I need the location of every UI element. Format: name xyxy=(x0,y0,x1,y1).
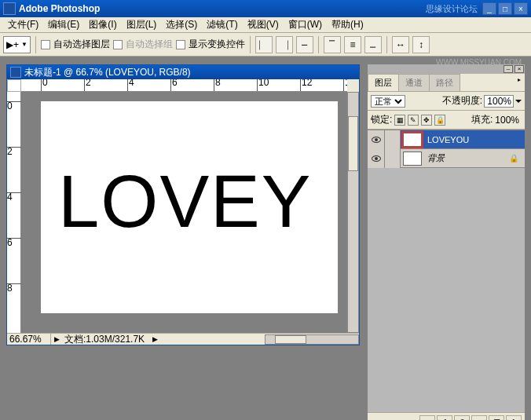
delete-layer-button[interactable]: 🗑 xyxy=(506,415,522,420)
distribute-btn-2[interactable]: ↕ xyxy=(412,36,430,53)
app-icon xyxy=(3,2,16,15)
lock-all-button[interactable]: 🔒 xyxy=(434,115,445,126)
menu-filter[interactable]: 滤镜(T) xyxy=(202,16,242,33)
docinfo-arrow[interactable]: ▶ xyxy=(152,335,158,343)
ruler-horizontal[interactable]: 0 2 4 6 8 10 12 14 xyxy=(21,79,347,92)
layer-visibility-toggle[interactable] xyxy=(368,130,385,149)
doc-icon xyxy=(10,67,21,78)
canvas[interactable]: LOVEY xyxy=(41,101,338,313)
scrollbar-horizontal[interactable] xyxy=(265,334,359,345)
menu-file[interactable]: 文件(F) xyxy=(3,16,43,33)
panel-close-button[interactable]: × xyxy=(515,65,524,73)
auto-select-layer-label: 自动选择图层 xyxy=(53,38,110,51)
lock-icon: 🔒 xyxy=(509,154,520,163)
options-bar: ▶+▼ 自动选择图层 自动选择组 显示变换控件 ⎸ ⎹ ⎼ ⎺ ≡ ⎽ ↔ ↕ xyxy=(0,33,531,57)
new-group-button[interactable]: ▣ xyxy=(471,415,487,420)
fill-input[interactable]: 100% xyxy=(495,115,519,126)
zoom-input[interactable]: 66.67% xyxy=(7,334,51,345)
auto-select-group-label: 自动选择组 xyxy=(126,38,173,51)
layer-list[interactable]: T LOVEYOU 背景 🔒 xyxy=(368,130,525,412)
layer-row-background[interactable]: 背景 🔒 xyxy=(368,149,525,168)
watermark-text: 思缘设计论坛 xyxy=(426,3,478,15)
document-statusbar: 66.67% ▶ 文档:1.03M/321.7K ▶ xyxy=(7,333,359,345)
minimize-button[interactable]: _ xyxy=(482,2,496,15)
distribute-btn-1[interactable]: ↔ xyxy=(392,36,409,53)
align-btn-3[interactable]: ⎼ xyxy=(296,36,313,53)
canvas-viewport[interactable]: LOVEY xyxy=(21,92,347,333)
tab-paths[interactable]: 路径 xyxy=(429,74,460,91)
layer-mask-button[interactable]: ◯ xyxy=(454,415,470,420)
align-btn-2[interactable]: ⎹ xyxy=(276,36,293,53)
layers-panel: – × 图层 通道 路径 ▸ 正常 不透明度: 100% 锁定: ▦ ✎ ✥ 🔒… xyxy=(368,64,525,420)
fill-label: 填充: xyxy=(471,113,493,126)
workspace: WWW.MISSYUAN.COM 未标题-1 @ 66.7% (LOVEYOU,… xyxy=(0,57,531,420)
tool-indicator[interactable]: ▶+▼ xyxy=(3,36,31,53)
menu-help[interactable]: 帮助(H) xyxy=(327,16,368,33)
show-transform-checkbox[interactable] xyxy=(176,40,185,49)
maximize-button[interactable]: □ xyxy=(498,2,512,15)
menu-window[interactable]: 窗口(W) xyxy=(284,16,327,33)
layer-name[interactable]: LOVEYOU xyxy=(424,135,525,144)
layer-link-cell[interactable] xyxy=(385,130,401,149)
scrollbar-vertical[interactable] xyxy=(347,92,359,333)
document-titlebar[interactable]: 未标题-1 @ 66.7% (LOVEYOU, RGB/8) xyxy=(7,65,359,79)
layer-link-cell[interactable] xyxy=(385,149,401,168)
panel-minimize-button[interactable]: – xyxy=(504,65,513,73)
tab-channels[interactable]: 通道 xyxy=(398,74,430,91)
layers-panel-footer: ⇔ ƒ ◯ ▣ ❐ 🗑 xyxy=(368,412,525,420)
app-title: Adobe Photoshop xyxy=(19,3,426,14)
close-button[interactable]: × xyxy=(514,2,528,15)
align-btn-5[interactable]: ≡ xyxy=(344,36,361,53)
menu-edit[interactable]: 编辑(E) xyxy=(43,16,84,33)
auto-select-layer-checkbox[interactable] xyxy=(41,40,50,49)
align-btn-6[interactable]: ⎽ xyxy=(364,36,382,53)
lock-transparency-button[interactable]: ▦ xyxy=(394,115,405,126)
lock-label: 锁定: xyxy=(371,113,392,126)
menu-view[interactable]: 视图(V) xyxy=(243,16,284,33)
document-title: 未标题-1 @ 66.7% (LOVEYOU, RGB/8) xyxy=(24,66,191,79)
link-layers-button[interactable]: ⇔ xyxy=(419,415,435,420)
opacity-label: 不透明度: xyxy=(442,94,482,108)
show-transform-label: 显示变换控件 xyxy=(189,38,245,51)
blend-mode-select[interactable]: 正常 xyxy=(371,95,405,108)
menubar: 文件(F) 编辑(E) 图像(I) 图层(L) 选择(S) 滤镜(T) 视图(V… xyxy=(0,17,531,33)
menu-image[interactable]: 图像(I) xyxy=(84,16,121,33)
layer-thumbnail-text[interactable]: T xyxy=(403,133,422,147)
lock-position-button[interactable]: ✥ xyxy=(421,115,432,126)
align-btn-4[interactable]: ⎺ xyxy=(324,36,341,53)
menu-select[interactable]: 选择(S) xyxy=(161,16,202,33)
document-window[interactable]: 未标题-1 @ 66.7% (LOVEYOU, RGB/8) 0 2 4 6 8… xyxy=(6,64,360,345)
eye-icon xyxy=(372,155,381,162)
opacity-slider-icon[interactable] xyxy=(515,100,522,103)
panel-tabs: 图层 通道 路径 ▸ xyxy=(368,74,525,92)
tab-layers[interactable]: 图层 xyxy=(368,74,399,91)
layer-name[interactable]: 背景 xyxy=(424,152,509,164)
align-btn-1[interactable]: ⎸ xyxy=(255,36,273,53)
ruler-origin[interactable] xyxy=(7,79,21,92)
new-layer-button[interactable]: ❐ xyxy=(489,415,504,420)
canvas-text-layer[interactable]: LOVEY xyxy=(58,159,313,244)
auto-select-group-checkbox[interactable] xyxy=(113,40,123,49)
panel-menu-button[interactable]: ▸ xyxy=(514,74,525,91)
layer-visibility-toggle[interactable] xyxy=(368,149,385,168)
ruler-vertical[interactable]: 0 2 4 6 8 xyxy=(7,92,21,333)
status-menu-arrow[interactable]: ▶ xyxy=(54,335,60,343)
layer-thumbnail[interactable] xyxy=(403,152,422,166)
opacity-input[interactable]: 100% xyxy=(484,95,514,108)
layer-row-loveyou[interactable]: T LOVEYOU xyxy=(368,130,525,149)
lock-pixels-button[interactable]: ✎ xyxy=(408,115,419,126)
eye-icon xyxy=(372,137,381,143)
titlebar: Adobe Photoshop 思缘设计论坛 _ □ × xyxy=(0,0,531,17)
menu-layer[interactable]: 图层(L) xyxy=(122,16,162,33)
layer-fx-button[interactable]: ƒ xyxy=(437,415,452,420)
